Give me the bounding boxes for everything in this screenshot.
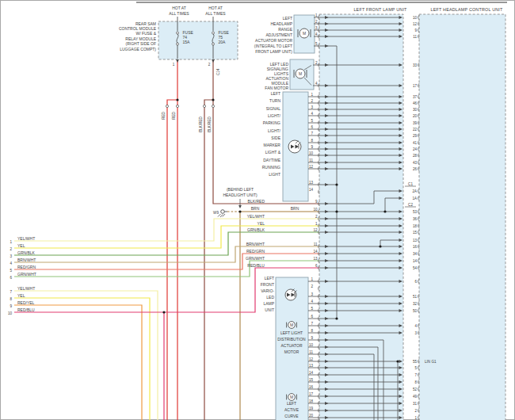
turn-signal-label: SIDE bbox=[271, 136, 280, 140]
left-wire-number: 1 bbox=[10, 240, 12, 244]
fuse-pin: 2 bbox=[208, 63, 211, 67]
left-wire-number: 2 bbox=[10, 247, 12, 251]
wire-color-label: GRN/BLK bbox=[247, 227, 265, 232]
left-wire-number: 3 bbox=[10, 254, 12, 258]
component-pin-number: 13 bbox=[309, 181, 314, 185]
left-wire-number: 10 bbox=[8, 311, 13, 315]
control-unit-pin-number: 28 bbox=[413, 154, 418, 158]
inline-connector bbox=[203, 105, 205, 107]
control-unit-pin-number: 6 bbox=[414, 280, 417, 284]
vario-led-unit-label: LAMP bbox=[263, 301, 274, 306]
control-unit-pin-number: 53 bbox=[413, 210, 418, 214]
component-pin-number: 4 bbox=[311, 112, 313, 116]
component-pin-number: 15 bbox=[309, 378, 314, 382]
distribution-motor-label: DISTRIBUTION bbox=[277, 337, 306, 342]
active-curve-label: LEFT bbox=[287, 401, 296, 406]
control-unit-pin-number: 26 bbox=[413, 167, 418, 171]
component-pin-number: 3 bbox=[311, 292, 313, 296]
front-lamp-unit-box bbox=[319, 14, 403, 420]
control-unit-pin-number: 52 bbox=[413, 388, 418, 391]
turn-signal-label: SIGNAL bbox=[266, 106, 281, 111]
connector-pin-number: 9 bbox=[315, 200, 318, 204]
wire-color-label: RED bbox=[172, 111, 176, 119]
component-pin-number: 12 bbox=[309, 165, 314, 169]
component-pin-number: 10 bbox=[309, 343, 314, 347]
component-pin-number: 11 bbox=[309, 158, 313, 162]
control-unit-pin-number: 41 bbox=[413, 141, 418, 145]
control-unit-pin-number: 51 bbox=[413, 295, 418, 299]
motor-m: M bbox=[290, 323, 293, 327]
component-pin-number: 5 bbox=[315, 42, 318, 46]
control-unit-pin-number: 7 bbox=[414, 373, 417, 377]
fuse-label: 20A bbox=[219, 40, 227, 44]
active-curve-label: ACTIVE bbox=[284, 407, 299, 412]
component-pin-number: 20 bbox=[309, 414, 314, 418]
wiring-diagram-page: MMMM HOT ATALL TIMESHOT ATALL TIMESREAR … bbox=[0, 0, 515, 420]
connector-designator: C2 bbox=[408, 203, 413, 207]
range-motor-label: ADJUSTMENT bbox=[265, 32, 292, 37]
fuse-module-box bbox=[158, 21, 238, 59]
junction-dot bbox=[383, 210, 386, 212]
control-unit-pin-number: 34 bbox=[413, 252, 418, 256]
component-pin-number: 9 bbox=[311, 336, 313, 340]
active-curve-label: CURVE bbox=[284, 414, 299, 418]
component-pin-number: 2 bbox=[315, 20, 318, 24]
junction-dot bbox=[335, 183, 338, 185]
control-unit-pin-number: 2 bbox=[414, 409, 417, 413]
connector-pin-number: 1 bbox=[315, 222, 318, 226]
left-wire-number: 4 bbox=[10, 262, 12, 265]
control-unit-pin-number: 18 bbox=[413, 224, 418, 228]
component-pin-number: 6 bbox=[311, 125, 313, 129]
control-unit-pin-number: 32 bbox=[413, 302, 418, 306]
junction-dot bbox=[162, 311, 165, 313]
component-pin-number: 4 bbox=[311, 300, 313, 304]
left-wire-color-label: GRN/BLK bbox=[17, 250, 36, 255]
motor-m: M bbox=[290, 395, 293, 399]
vario-led-unit-label: LEFT bbox=[265, 276, 274, 281]
wire-color-label: GRN/WHT bbox=[246, 256, 265, 261]
component-pin-number: 11 bbox=[309, 350, 313, 354]
range-motor-label: HEADLAMP bbox=[270, 21, 292, 26]
component-pin-number: 5 bbox=[311, 119, 313, 123]
fuse-pin: 1 bbox=[173, 63, 175, 67]
vario-led-unit-label: UNIT bbox=[265, 307, 274, 312]
component-pin-number: 12 bbox=[309, 357, 314, 361]
hot-at-all-times-label: ALL TIMES bbox=[205, 11, 226, 16]
turn-signal-label: LIGHT/ bbox=[268, 113, 281, 118]
motor-m: M bbox=[299, 71, 302, 76]
wire-color-label: RED/GRN bbox=[246, 249, 265, 254]
control-unit-pin-number: 8 bbox=[414, 380, 417, 384]
left-wire-color-label: YEL/WHT bbox=[17, 236, 35, 241]
control-unit-pin-number: 16 bbox=[413, 245, 418, 249]
range-motor-label: (INTEGRAL TO LEFT bbox=[254, 44, 292, 48]
component-pin-number: 7 bbox=[311, 322, 313, 326]
vario-led-unit-label: FRONT bbox=[261, 282, 274, 287]
connector-pin-number: 13 bbox=[313, 257, 318, 261]
wire-color-label: BRN/WHT bbox=[246, 242, 265, 246]
sam-module-label: REAR SAM bbox=[135, 21, 156, 26]
fan-motor-label: FAN MOTOR bbox=[265, 86, 288, 90]
distribution-motor-label: ACTUATOR bbox=[280, 343, 302, 348]
control-unit-pin-number: 12 bbox=[413, 22, 418, 26]
wire-color-label: YEL/WHT bbox=[247, 214, 265, 219]
control-unit-pin-number: 43 bbox=[413, 161, 418, 165]
connector-pin-number: 2 bbox=[315, 215, 318, 219]
control-unit-pin-number: 29 bbox=[413, 134, 418, 138]
wire-color-label: BLK/RED bbox=[199, 116, 203, 132]
wiring-diagram: MMMM HOT ATALL TIMESHOT ATALL TIMESREAR … bbox=[0, 0, 515, 420]
component-pin-number: 9 bbox=[311, 145, 313, 149]
wire-color-label: RED bbox=[162, 111, 166, 119]
control-unit-pin-number: 1 bbox=[414, 416, 417, 420]
range-motor-label: RANGE bbox=[278, 27, 292, 32]
component-pin-number: 1 bbox=[311, 93, 313, 97]
connector-pin-number: 6 bbox=[315, 264, 318, 268]
headlamp-control-unit-title: LEFT HEADLAMP CONTROL UNIT bbox=[430, 7, 503, 12]
left-wire-number: 5 bbox=[10, 269, 12, 273]
control-unit-pin-number: 54 bbox=[413, 266, 418, 270]
component-pin-number: 18 bbox=[309, 399, 314, 403]
component-pin-number: 19 bbox=[309, 407, 314, 410]
left-wire-number: 6 bbox=[10, 276, 12, 280]
left-wire-color-label: YEL/WHT bbox=[17, 286, 35, 291]
turn-signal-label: LIGHT bbox=[269, 172, 280, 177]
junction-dot bbox=[212, 98, 214, 101]
